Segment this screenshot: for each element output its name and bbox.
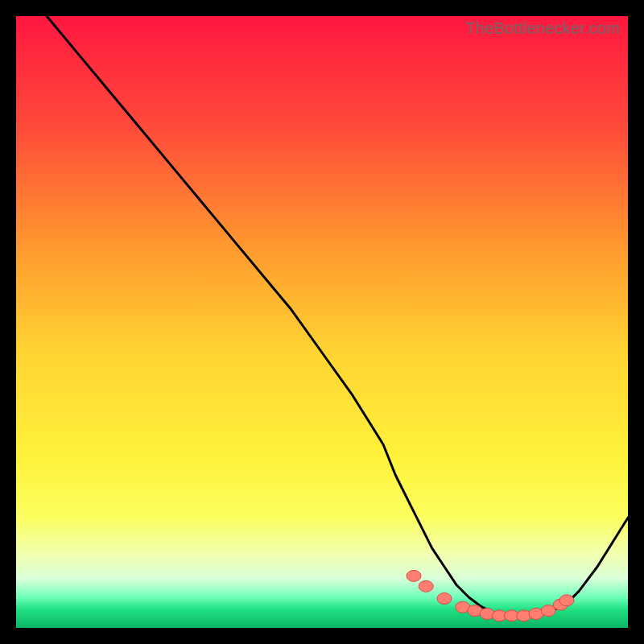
watermark-text: TheBottlenecker.com	[465, 19, 620, 38]
marker-dot	[559, 595, 574, 606]
marker-dot	[419, 580, 433, 592]
marker-dot	[437, 593, 452, 605]
bottleneck-chart	[16, 16, 628, 628]
chart-frame: TheBottlenecker.com	[16, 16, 628, 628]
marker-dot	[541, 605, 555, 617]
gradient-background	[16, 16, 628, 628]
marker-dot	[407, 570, 421, 581]
